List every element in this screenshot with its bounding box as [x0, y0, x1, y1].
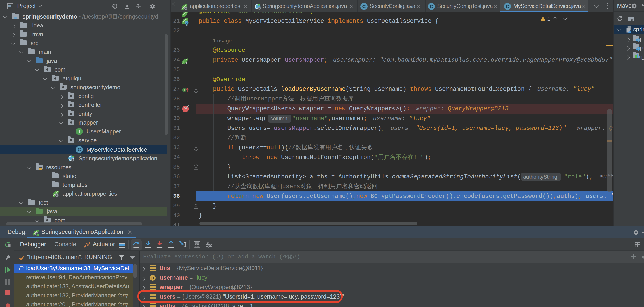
- svg-text:C: C: [186, 21, 188, 24]
- svg-text:m: m: [628, 29, 631, 33]
- svg-text:I: I: [183, 89, 185, 92]
